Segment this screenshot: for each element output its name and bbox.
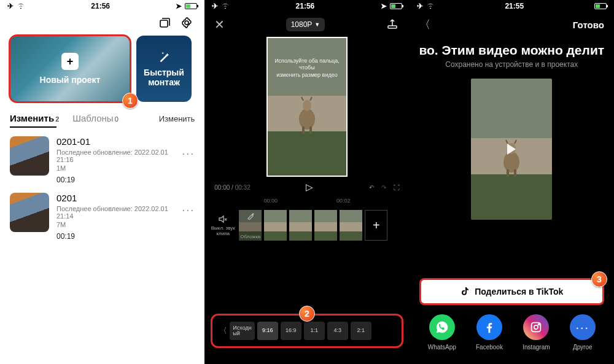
project-item[interactable]: 0201 Последнее обновление: 2022.02.01 21… [0,184,204,241]
time-total: 00:32 [235,184,251,191]
battery-icon [390,3,402,9]
project-name: 0201-01 [56,136,174,147]
cover-thumb[interactable]: Обложка [239,210,262,241]
status-bar: ✈ 21:56 ➤ [204,0,409,11]
video-preview[interactable]: Используйте оба пальца, чтобы изменить р… [266,37,348,177]
aspect-4-3[interactable]: 4:3 [327,322,348,341]
clip-thumb[interactable] [264,210,287,241]
status-time: 21:56 [296,2,315,10]
share-facebook[interactable]: Facebook [476,314,503,350]
battery-icon [594,3,607,9]
share-tiktok-button[interactable]: 3 Поделиться в TikTok [419,278,604,305]
quick-montage-label: Быстрый монтаж [144,68,184,87]
aspect-original[interactable]: Исходн ый [230,322,254,341]
airplane-icon: ✈ [212,2,218,10]
svg-point-3 [299,109,315,130]
svg-rect-0 [160,20,168,27]
redo-icon[interactable]: ↷ [381,184,386,191]
svg-rect-10 [514,169,516,177]
project-duration: 00:19 [56,232,174,241]
panel-share: ✈ 21:55 〈 Готово во. Этим видео можно де… [410,0,614,364]
callout-badge-1: 1 [122,93,138,109]
share-whatsapp[interactable]: WhatsApp [428,314,456,350]
aspect-2-1[interactable]: 2:1 [351,322,371,341]
pinch-hint: Используйте оба пальца, чтобы изменить р… [268,58,346,79]
play-icon [507,144,516,155]
more-icon[interactable]: ··· [182,204,195,217]
share-preview[interactable] [471,79,552,220]
project-size: 1M [56,165,174,172]
aspect-ratio-bar: 2 〈 Исходн ый 9:16 16:9 1:1 4:3 2:1 [211,314,403,348]
share-subtitle: Сохранено на устройстве и в проектах [410,60,614,75]
callout-badge-2: 2 [299,306,315,322]
export-icon[interactable] [386,18,400,31]
play-icon[interactable]: ▷ [306,182,313,193]
svg-point-13 [538,324,540,325]
panel-editor: ✈ 21:56 ➤ ✕ 1080P▼ Используйте оба пальц… [204,0,409,364]
clip-thumb[interactable] [340,210,362,241]
aspect-16-9[interactable]: 16:9 [281,322,301,341]
share-more[interactable]: ··· Другое [570,314,596,350]
plus-icon: + [61,53,79,70]
undo-icon[interactable]: ↶ [369,184,374,191]
status-bar: ✈ 21:56 ➤ [0,0,204,11]
more-icon[interactable]: ··· [182,147,195,160]
project-thumb [10,136,49,176]
share-tiktok-label: Поделиться в TikTok [475,287,563,296]
aspect-1-1[interactable]: 1:1 [304,322,325,341]
svg-point-4 [303,100,311,111]
airplane-icon: ✈ [7,2,14,10]
fullscreen-icon[interactable]: ⛶ [394,184,400,191]
quick-montage-tile[interactable]: Быстрый монтаж [136,36,192,102]
wifi-icon [17,3,25,9]
airplane-icon: ✈ [417,2,423,10]
mute-clip-button[interactable]: Выкл. звук клипа [209,210,236,241]
svg-rect-9 [507,169,509,177]
project-thumb [10,193,49,232]
tab-edit[interactable]: Изменить2 [10,113,59,123]
stack-icon[interactable] [158,16,171,29]
back-icon[interactable]: 〈 [419,17,430,32]
social-row: WhatsApp Facebook Instagram ··· Другое [410,314,614,350]
status-time: 21:55 [505,2,524,10]
share-title: во. Этим видео можно делит [410,33,614,60]
aspect-back-icon[interactable]: 〈 [216,325,230,336]
close-icon[interactable]: ✕ [214,17,225,32]
gear-icon[interactable] [180,16,193,29]
clip-thumb[interactable] [289,210,312,241]
status-bar: ✈ 21:55 [410,0,614,11]
wifi-icon [426,3,435,9]
project-item[interactable]: 0201-01 Последнее обновление: 2022.02.01… [0,128,204,184]
chevron-down-icon: ▼ [314,21,320,28]
project-updated: Последнее обновление: 2022.02.01 21:14 [56,205,174,220]
time-current: 00:00 [214,184,230,191]
project-duration: 00:19 [56,176,174,184]
top-actions [0,11,204,33]
aspect-9-16[interactable]: 9:16 [257,322,278,341]
panel-projects: ✈ 21:56 ➤ + Новый проект Быстрый монтаж … [0,0,204,364]
location-icon: ➤ [381,2,387,10]
new-project-label: Новый проект [40,75,101,85]
tabs: Изменить2 Шаблоны0 Изменить [0,104,204,125]
edit-link[interactable]: Изменить [159,114,195,123]
project-name: 0201 [56,193,174,203]
battery-icon [185,3,197,9]
tiktok-icon [460,287,470,296]
project-size: 7M [56,221,174,228]
add-clip-button[interactable]: + [365,210,387,241]
location-icon: ➤ [176,2,182,10]
transport-bar: 00:00 / 00:32 ▷ ↶ ↷ ⛶ [204,178,409,195]
new-project-tile[interactable]: + Новый проект [10,36,130,102]
svg-point-1 [185,21,188,25]
project-updated: Последнее обновление: 2022.02.01 21:16 [56,149,174,163]
timeline[interactable]: Выкл. звук клипа Обложка + [204,206,409,244]
clip-thumb[interactable] [314,210,337,241]
wand-icon [157,50,171,64]
tab-templates[interactable]: Шаблоны0 [72,113,118,123]
callout-badge-3: 3 [591,271,607,287]
share-instagram[interactable]: Instagram [523,314,550,350]
svg-rect-6 [309,126,312,134]
resolution-chip[interactable]: 1080P▼ [286,18,325,31]
svg-rect-5 [302,126,305,134]
done-button[interactable]: Готово [573,20,604,30]
